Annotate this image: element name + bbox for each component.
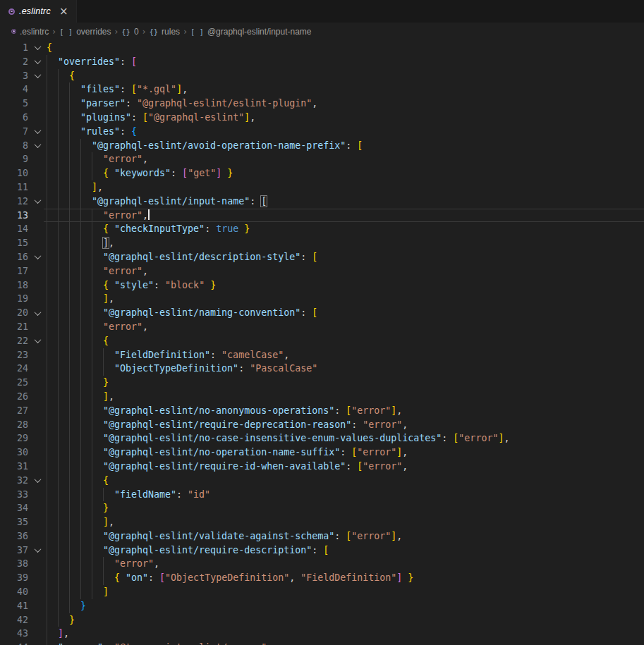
code-line[interactable]: 25} <box>0 376 644 390</box>
code-line[interactable]: 18{ "style": "block" } <box>0 278 644 293</box>
breadcrumb-item[interactable]: [ ]overrides <box>59 27 111 37</box>
code-line[interactable]: 20"@graphql-eslint/naming-convention": [ <box>0 306 644 320</box>
line-number: 12 <box>0 195 28 209</box>
code-text: ], <box>47 292 114 306</box>
breadcrumb-item[interactable]: {}rules <box>149 27 180 37</box>
code-line[interactable]: 36"@graphql-eslint/validate-against-sche… <box>0 529 644 543</box>
fold-chevron-icon[interactable] <box>28 139 47 153</box>
indent-guides <box>47 264 103 278</box>
fold-gutter <box>28 501 47 515</box>
code-text: "error", <box>47 152 148 166</box>
fold-chevron-icon[interactable] <box>28 125 47 139</box>
code-line[interactable]: 4"files": ["*.gql"], <box>0 82 644 97</box>
code-line[interactable]: 2"overrides": [ <box>0 55 644 69</box>
code-token: } <box>244 223 250 234</box>
code-text: "rules": { <box>47 125 137 139</box>
code-line[interactable]: 15], <box>0 236 644 250</box>
breadcrumb-label: rules <box>162 27 180 37</box>
code-line[interactable]: 19], <box>0 292 644 306</box>
line-number: 40 <box>0 585 28 599</box>
code-line[interactable]: 3{ <box>0 69 644 83</box>
code-line[interactable]: 22{ <box>0 334 644 348</box>
code-line[interactable]: 41} <box>0 599 644 613</box>
code-line[interactable]: 10{ "keywords": ["get"] } <box>0 166 644 180</box>
fold-chevron-icon[interactable] <box>28 69 47 83</box>
code-line[interactable]: 16"@graphql-eslint/description-style": [ <box>0 250 644 264</box>
code-line[interactable]: 11], <box>0 180 644 195</box>
indent-guides <box>47 376 103 390</box>
chevron-down-icon <box>34 44 41 51</box>
fold-gutter <box>28 180 47 195</box>
code-line[interactable]: 38"error", <box>0 557 644 571</box>
code-token: "plugins" <box>80 112 131 123</box>
fold-chevron-icon[interactable] <box>28 55 47 69</box>
breadcrumb-item[interactable]: {}0 <box>121 27 138 37</box>
fold-gutter <box>28 82 47 97</box>
code-line[interactable]: 33"fieldName": "id" <box>0 488 644 502</box>
indent-guides <box>47 180 92 195</box>
code-line[interactable]: 39{ "on": ["ObjectTypeDefinition", "Fiel… <box>0 571 644 585</box>
code-line[interactable]: 29"@graphql-eslint/no-case-insensitive-e… <box>0 431 644 446</box>
code-line[interactable]: 37"@graphql-eslint/require-description":… <box>0 543 644 558</box>
code-line[interactable]: 12"@graphql-eslint/input-name": [ <box>0 195 644 209</box>
code-token: "parser" <box>80 98 126 109</box>
indent-guides <box>47 543 103 558</box>
breadcrumb-item[interactable]: [ ]@graphql-eslint/input-name <box>190 27 312 37</box>
fold-gutter <box>28 236 47 250</box>
code-line[interactable]: 23"FieldDefinition": "camelCase", <box>0 348 644 362</box>
fold-chevron-icon[interactable] <box>28 474 47 488</box>
code-line[interactable]: 28"@graphql-eslint/require-deprecation-r… <box>0 418 644 432</box>
code-line[interactable]: 7"rules": { <box>0 125 644 139</box>
fold-chevron-icon[interactable] <box>28 306 47 320</box>
fold-chevron-icon[interactable] <box>28 41 47 55</box>
close-icon[interactable]: × <box>59 6 68 17</box>
breadcrumb-item[interactable]: .eslintrc <box>11 27 49 37</box>
code-text: "@graphql-eslint/no-case-insensitive-enu… <box>47 431 509 446</box>
code-line[interactable]: 35], <box>0 515 644 529</box>
indent-guides <box>47 641 58 645</box>
code-line[interactable]: 21"error", <box>0 320 644 334</box>
code-token: ] <box>103 517 109 527</box>
code-text: "@graphql-eslint/no-operation-name-suffi… <box>47 446 408 460</box>
code-token: : <box>334 531 346 541</box>
code-line[interactable]: 31"@graphql-eslint/require-id-when-avail… <box>0 460 644 474</box>
code-token: , <box>154 558 159 569</box>
fold-chevron-icon[interactable] <box>28 195 47 209</box>
tab-eslintrc[interactable]: .eslintrc × <box>0 0 77 23</box>
code-line[interactable]: 43], <box>0 627 644 641</box>
indent-guides <box>47 320 103 334</box>
code-line[interactable]: 27"@graphql-eslint/no-anonymous-operatio… <box>0 404 644 418</box>
code-line[interactable]: 14{ "checkInputType": true } <box>0 222 644 236</box>
indent-guides <box>47 250 103 264</box>
line-number: 17 <box>0 264 28 278</box>
indent-guides <box>47 431 103 446</box>
fold-gutter <box>28 557 47 571</box>
code-line[interactable]: 8"@graphql-eslint/avoid-operation-name-p… <box>0 139 644 153</box>
code-line[interactable]: 34} <box>0 501 644 515</box>
code-line[interactable]: 40] <box>0 585 644 599</box>
fold-chevron-icon[interactable] <box>28 250 47 264</box>
code-line[interactable]: 5"parser": "@graphql-eslint/eslint-plugi… <box>0 97 644 111</box>
indent-guides <box>47 152 103 166</box>
code-line[interactable]: 17"error", <box>0 264 644 278</box>
code-line[interactable]: 1{ <box>0 41 644 55</box>
code-text: "error", <box>47 264 148 278</box>
code-line[interactable]: 30"@graphql-eslint/no-operation-name-suf… <box>0 446 644 460</box>
code-line[interactable]: 42} <box>0 613 644 627</box>
indent-guides <box>47 166 103 180</box>
code-token: ] <box>103 238 109 248</box>
code-line[interactable]: 26], <box>0 390 644 404</box>
code-token: "files" <box>80 84 120 94</box>
code-line[interactable]: 24"ObjectTypeDefinition": "PascalCase" <box>0 362 644 376</box>
code-line[interactable]: 44"parser": "@typescript-eslint/parser" <box>0 641 644 645</box>
code-line[interactable]: 6"plugins": ["@graphql-eslint"], <box>0 111 644 125</box>
code-line[interactable]: 13"error", <box>0 209 644 223</box>
fold-gutter <box>28 278 47 293</box>
fold-gutter <box>28 585 47 599</box>
fold-chevron-icon[interactable] <box>28 334 47 348</box>
fold-gutter <box>28 613 47 627</box>
code-line[interactable]: 9"error", <box>0 152 644 166</box>
fold-chevron-icon[interactable] <box>28 543 47 558</box>
code-line[interactable]: 32{ <box>0 474 644 488</box>
code-text: ], <box>47 236 114 250</box>
